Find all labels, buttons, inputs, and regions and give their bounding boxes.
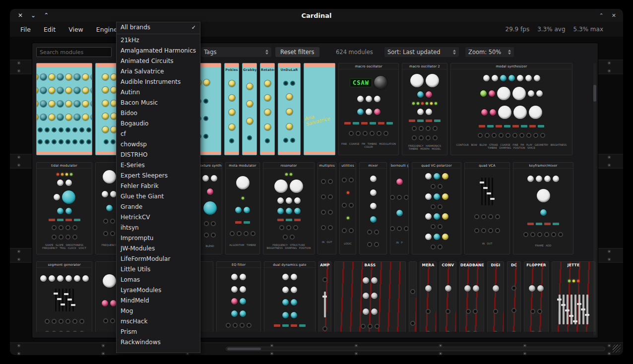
module-card-keyframer-mixer[interactable]: keyframer/mixerFRAME ADD — [513, 162, 573, 254]
module-card-mixer[interactable]: mixer — [359, 162, 387, 254]
knob — [102, 300, 108, 306]
brand-menu-item[interactable]: DISTRHO — [117, 150, 200, 160]
module-card-flopper[interactable]: FLOPPER — [524, 261, 549, 332]
jack — [438, 204, 443, 209]
brand-menu-item[interactable]: LyraeModules — [117, 285, 200, 296]
module-card-rotatoes[interactable]: Rotatoes — [260, 63, 275, 155]
rack-horizontal-scrollbar[interactable] — [226, 347, 605, 351]
close-box-icon[interactable]: ✕ — [612, 12, 616, 19]
browser-vertical-scrollbar[interactable] — [593, 63, 596, 336]
brand-menu-item[interactable]: mscHack — [117, 316, 200, 327]
led — [412, 102, 415, 105]
brand-menu-item[interactable]: Rackwindows — [117, 337, 200, 348]
sort-select[interactable]: Sort: Last updated — [384, 47, 459, 57]
brand-menu-item[interactable]: LifeFormModular — [117, 254, 200, 264]
reset-filters-button[interactable]: Reset filters — [275, 47, 319, 57]
module-card-grabby[interactable]: Grabby — [242, 63, 257, 155]
module-card-dc[interactable]: DC — [507, 261, 521, 332]
brand-menu-item[interactable]: ihtsyn — [117, 223, 200, 233]
jack — [375, 324, 380, 329]
brand-menu-item[interactable]: Bacon Music — [117, 98, 200, 108]
brand-menu-item[interactable]: HetrickCV — [117, 212, 200, 223]
brand-menu-item[interactable]: Audible Instruments — [117, 77, 200, 87]
brand-menu-item[interactable]: cf — [117, 129, 200, 139]
brand-menu-item[interactable]: chowdsp — [117, 139, 200, 150]
jack — [283, 235, 288, 240]
zoom-select[interactable]: Zoom: 50% — [465, 47, 514, 57]
brand-menu-item[interactable]: Glue the Giant — [117, 191, 200, 202]
module-card-utilities[interactable]: utilitiesLOGIC — [339, 162, 356, 254]
brand-menu-item[interactable]: Lomas — [117, 275, 200, 285]
module-card-resonator[interactable]: resonatorFREQUENCY STRUCTURE BRIGHTNESS … — [263, 162, 315, 254]
brand-menu-item[interactable]: Aria Salvatrice — [117, 66, 200, 77]
knob — [82, 114, 89, 121]
jack — [110, 231, 115, 236]
brand-menu-item-all-brands[interactable]: All brands ✓ — [117, 22, 200, 33]
brand-menu-item[interactable]: Amalgamated Harmonics — [117, 46, 200, 56]
brand-menu-item[interactable]: Fehler Fabrik — [117, 181, 200, 191]
jack — [404, 226, 408, 231]
brand-menu-item[interactable]: Animated Circuits — [117, 56, 200, 66]
brand-menu-item[interactable]: Bogaudio — [117, 119, 200, 129]
module-card[interactable] — [409, 261, 417, 332]
brand-menu-item[interactable]: Prism — [117, 327, 200, 337]
module-card-segment-generator[interactable]: segment generatorSHAPE/TIME GATE — [36, 261, 92, 332]
module-card-meta-modulator[interactable]: meta modulatorALGORITHM TIMBRE — [225, 162, 260, 254]
module-card[interactable]: Aria Salvatrice — [304, 63, 335, 155]
brand-menu-item[interactable]: E-Series — [117, 160, 200, 171]
module-card-undular[interactable]: UnDuLaR — [278, 63, 301, 155]
brand-menu-item[interactable]: Little Utils — [117, 264, 200, 275]
chevron-up-icon[interactable]: ⌃ — [44, 12, 49, 19]
module-card-bass[interactable]: BASSCUTOFF CV RESONANCE DECAY ACCENT ENV… — [334, 261, 406, 332]
module-card-eq-filter[interactable]: EQ filterFREQ GAIN LEVEL FREQ — [216, 261, 261, 332]
module-card-multiples[interactable]: multiplesIN OUT — [317, 162, 336, 254]
module-card-macro-oscillator[interactable]: macro oscillatorCSAWFINE COARSE FM TIMBR… — [338, 63, 399, 155]
module-card-amp[interactable]: AMPCV IN — [318, 261, 331, 332]
brand-menu-item-label: Aria Salvatrice — [121, 66, 164, 77]
module-card-modal-synthesizer[interactable]: modal synthesizerCONTOUR BOW BLOW STRIKE… — [450, 63, 572, 155]
brand-menu-item[interactable]: Impromptu — [117, 233, 200, 243]
module-card-dual-dynamics-gate[interactable]: dual dynamics gateSHAPE MOD EXCITE IN — [264, 261, 316, 332]
module-card-texture-synthesizer[interactable]: texture synthesizerBLEND — [197, 162, 222, 254]
scrollbar-thumb[interactable] — [593, 85, 596, 102]
brand-menu-item[interactable]: Bidoo — [117, 108, 200, 119]
shade-icon[interactable]: ⌃ — [599, 12, 604, 19]
module-card-quad-vc-polarizer[interactable]: quad VC-polarizer — [412, 162, 461, 254]
scrollbar-thumb[interactable] — [227, 348, 261, 350]
module-card-mera[interactable]: MERA — [420, 261, 437, 332]
tags-filter-select[interactable]: Tags — [201, 47, 271, 57]
jack — [537, 309, 542, 314]
knob — [363, 308, 369, 315]
module-card-bernoulli-gate[interactable]: bernoulli gateIN P — [390, 162, 409, 254]
module-card-quad-vca[interactable]: quad VCAIN OUT — [464, 162, 510, 254]
menu-view[interactable]: View — [62, 23, 90, 36]
led — [290, 173, 292, 176]
brand-menu-item[interactable]: Expert Sleepers — [117, 171, 200, 181]
led — [70, 173, 72, 176]
brand-menu-item[interactable]: MindMeld — [117, 296, 200, 306]
module-card-conv[interactable]: CONV — [440, 261, 456, 332]
knob — [82, 275, 89, 282]
module-card[interactable] — [36, 63, 92, 155]
jack — [59, 127, 63, 132]
module-card-deadband[interactable]: DEADBAND — [459, 261, 484, 332]
module-card-macro-oscillator-2[interactable]: macro oscillator 2FREQUENCY HARMONICS TI… — [402, 63, 447, 155]
knob — [40, 114, 47, 121]
label-tag-row — [451, 125, 571, 127]
brand-menu-item[interactable]: Grande — [117, 202, 200, 212]
window-resize-grip[interactable] — [613, 345, 621, 353]
chevron-down-icon[interactable]: ⌄ — [31, 12, 36, 19]
module-card-jette[interactable]: JETTE — [552, 261, 595, 332]
module-card-tidal-modulator[interactable]: tidal modulatorSHAPE SLOPE SMOOTHNESS FR… — [36, 162, 92, 254]
jack-row — [318, 225, 335, 230]
module-card-pokies[interactable]: Pokies — [224, 63, 239, 155]
menu-edit[interactable]: Edit — [37, 23, 62, 36]
brand-menu-item[interactable]: Autinn — [117, 87, 200, 98]
search-input[interactable] — [36, 47, 112, 57]
menu-file[interactable]: File — [14, 23, 37, 36]
brand-menu-item[interactable]: Mog — [117, 306, 200, 316]
brand-menu-item[interactable]: JW-Modules — [117, 243, 200, 254]
module-card-digi[interactable]: DIGI — [487, 261, 504, 332]
close-icon[interactable]: ✕ — [18, 12, 23, 19]
brand-menu-item[interactable]: 21kHz — [117, 35, 200, 46]
